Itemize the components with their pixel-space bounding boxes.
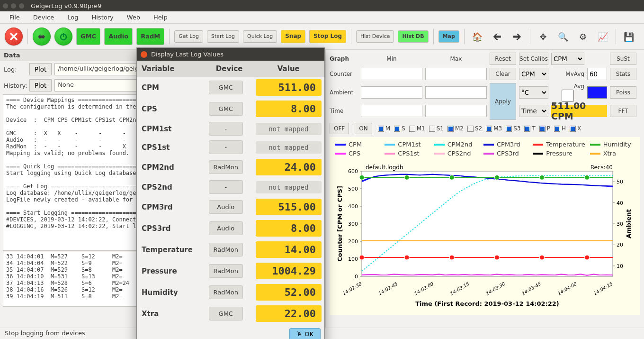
legend-cps3rd: CPS3rd bbox=[483, 150, 528, 157]
graph-panel: Graph Min Max Reset Set Calibs CPM SuSt … bbox=[326, 50, 644, 327]
svg-text:30: 30 bbox=[617, 221, 623, 227]
time-select[interactable]: Time bbox=[519, 105, 548, 117]
check-T[interactable]: T bbox=[524, 125, 535, 132]
max-label: Max bbox=[425, 55, 487, 62]
menu-help[interactable]: Help bbox=[148, 12, 173, 23]
poiss-button[interactable]: Poiss bbox=[610, 86, 636, 99]
ok-button[interactable]: 🖱 OK bbox=[289, 328, 321, 339]
check-M3[interactable]: M3 bbox=[486, 125, 502, 132]
avg-label: Avg bbox=[551, 83, 584, 102]
check-S3[interactable]: S3 bbox=[506, 125, 520, 132]
zoom-icon[interactable]: 🔍 bbox=[555, 28, 571, 45]
reset-button[interactable]: Reset bbox=[490, 53, 516, 65]
stats-button[interactable]: Stats bbox=[610, 68, 636, 80]
menu-history[interactable]: History bbox=[86, 12, 119, 23]
check-M1[interactable]: M1 bbox=[409, 125, 425, 132]
svg-text:14:03:15: 14:03:15 bbox=[449, 281, 470, 296]
chart-icon[interactable]: 📈 bbox=[595, 28, 611, 45]
close-dot-icon[interactable] bbox=[3, 3, 8, 9]
map-button[interactable]: Map bbox=[438, 30, 459, 43]
time-max-input[interactable] bbox=[425, 105, 487, 117]
svg-point-38 bbox=[494, 255, 499, 260]
startlog-button[interactable]: Start Log bbox=[207, 30, 239, 43]
legend-pressure: Pressure bbox=[533, 150, 585, 157]
counter-min-input[interactable] bbox=[361, 68, 422, 80]
color-swatch[interactable] bbox=[587, 86, 607, 99]
radm-button[interactable]: RadM bbox=[136, 28, 164, 45]
time-min-input[interactable] bbox=[361, 105, 422, 117]
audio-button[interactable]: Audio bbox=[104, 28, 133, 45]
check-M[interactable]: M bbox=[378, 125, 390, 132]
plot-history-button[interactable]: Plot bbox=[29, 79, 52, 92]
svg-point-42 bbox=[404, 175, 409, 180]
degc-select[interactable]: °C bbox=[519, 86, 548, 99]
mvavg-label: MvAvg bbox=[551, 71, 584, 77]
dialog-close-icon[interactable] bbox=[141, 51, 147, 58]
legend-humidity: Humidity bbox=[590, 141, 635, 148]
menu-web[interactable]: Web bbox=[121, 12, 146, 23]
svg-point-36 bbox=[404, 255, 409, 260]
save-icon[interactable]: 💾 bbox=[621, 28, 637, 45]
svg-point-44 bbox=[494, 175, 499, 180]
ambient-max-input[interactable] bbox=[425, 86, 487, 99]
svg-point-46 bbox=[585, 175, 590, 180]
ambient-label: Ambient bbox=[330, 89, 358, 96]
plot-log-button[interactable]: Plot bbox=[29, 63, 52, 75]
forward-icon[interactable]: 🡲 bbox=[509, 28, 525, 45]
check-S[interactable]: S bbox=[394, 125, 405, 132]
legend-cpm3rd: CPM3rd bbox=[483, 141, 528, 148]
clear-button[interactable]: Clear bbox=[490, 68, 516, 80]
counter-max-input[interactable] bbox=[425, 68, 487, 80]
stoplog-button[interactable]: Stop Log bbox=[309, 30, 346, 43]
min-dot-icon[interactable] bbox=[11, 3, 16, 9]
apply-button[interactable]: Apply bbox=[490, 83, 516, 120]
svg-text:14:04:15: 14:04:15 bbox=[592, 281, 614, 296]
legend-cpm1st: CPM1st bbox=[385, 141, 429, 148]
power-button[interactable] bbox=[54, 27, 72, 46]
off-button[interactable]: OFF bbox=[330, 123, 349, 134]
histdev-button[interactable]: Hist Device bbox=[356, 30, 394, 43]
mvavg-input[interactable] bbox=[587, 68, 607, 80]
on-button[interactable]: ON bbox=[355, 123, 372, 134]
histdb-button[interactable]: Hist DB bbox=[398, 30, 428, 43]
check-H[interactable]: H bbox=[554, 125, 566, 132]
menu-file[interactable]: File bbox=[4, 12, 26, 23]
svg-text:400: 400 bbox=[348, 203, 358, 210]
sliders-icon[interactable]: ⚙ bbox=[575, 28, 591, 45]
getlog-button[interactable]: Get Log bbox=[174, 30, 203, 43]
svg-text:300: 300 bbox=[348, 221, 358, 227]
home-icon[interactable]: 🏠 bbox=[469, 28, 485, 45]
pan-icon[interactable]: ✥ bbox=[535, 28, 551, 45]
menu-device[interactable]: Device bbox=[27, 12, 60, 23]
svg-text:default.logdb: default.logdb bbox=[366, 164, 403, 171]
max-dot-icon[interactable] bbox=[19, 3, 24, 9]
check-S1[interactable]: S1 bbox=[429, 125, 444, 132]
chart-svg: 0100200300400500600102030405014:02:3014:… bbox=[333, 163, 636, 310]
fft-button[interactable]: FFT bbox=[610, 105, 636, 117]
ambient-min-input[interactable] bbox=[361, 86, 422, 99]
quicklog-button[interactable]: Quick Log bbox=[243, 30, 277, 43]
check-M2[interactable]: M2 bbox=[447, 125, 464, 132]
col-variable: Variable bbox=[137, 61, 206, 77]
menu-log[interactable]: Log bbox=[62, 12, 84, 23]
chart-area: 0100200300400500600102030405014:02:3014:… bbox=[330, 161, 640, 315]
legend-cpm: CPM bbox=[335, 141, 380, 148]
svg-text:10: 10 bbox=[617, 263, 623, 269]
back-icon[interactable]: 🡰 bbox=[489, 28, 505, 45]
svg-text:100: 100 bbox=[348, 256, 358, 262]
cpm-top-select[interactable]: CPM bbox=[551, 53, 584, 65]
snap-button[interactable]: Snap bbox=[281, 30, 305, 43]
svg-text:500: 500 bbox=[348, 186, 358, 192]
exit-button[interactable] bbox=[5, 27, 23, 46]
log-label: Log: bbox=[4, 66, 27, 73]
check-P[interactable]: P bbox=[539, 125, 550, 132]
svg-rect-2 bbox=[362, 171, 613, 276]
history-label: History: bbox=[4, 82, 27, 89]
check-S2[interactable]: S2 bbox=[467, 125, 482, 132]
setcalibs-button[interactable]: Set Calibs bbox=[519, 53, 548, 65]
gmc-button[interactable]: GMC bbox=[76, 28, 100, 45]
sust-button[interactable]: SuSt bbox=[610, 53, 636, 65]
check-X[interactable]: X bbox=[570, 125, 581, 132]
cpm-select[interactable]: CPM bbox=[519, 68, 548, 80]
plug-button[interactable]: ⬌ bbox=[33, 27, 51, 46]
